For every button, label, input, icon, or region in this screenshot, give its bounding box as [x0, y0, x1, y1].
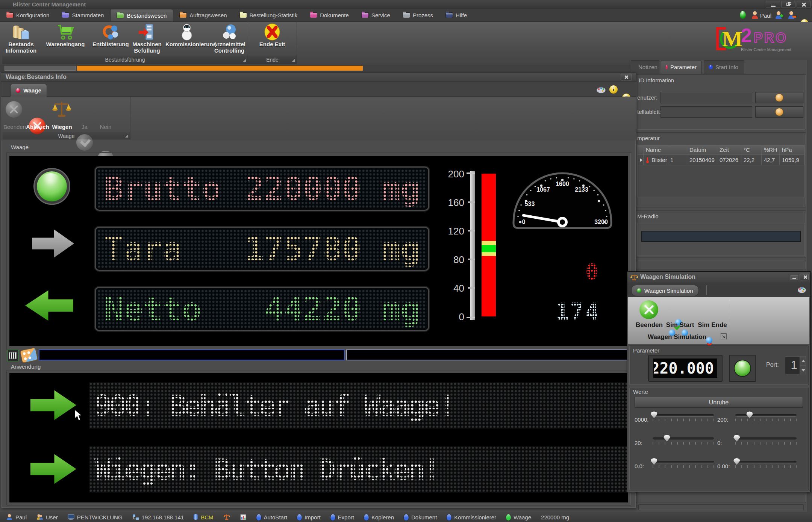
tab-parameter[interactable]: Parameter: [661, 60, 701, 74]
restore-button[interactable]: [781, 1, 795, 8]
slider-thumb[interactable]: [733, 435, 740, 442]
menu-tab-auftragswesen[interactable]: Auftragswesen: [173, 9, 233, 21]
machine-icon: [138, 23, 156, 41]
port-spinner-value[interactable]: 1: [785, 356, 800, 374]
stelltablett-field[interactable]: [661, 106, 752, 118]
table-row-zeit[interactable]: 072026: [717, 155, 741, 165]
empty-group-box: [636, 493, 806, 503]
table-row-hpa[interactable]: 1059,9: [780, 155, 804, 165]
beenden-icon[interactable]: [6, 101, 22, 118]
col-rh[interactable]: %RH: [762, 145, 780, 155]
status-ip[interactable]: 192.168.188.141: [132, 514, 184, 520]
row-selector[interactable]: [638, 155, 644, 165]
tab-waage[interactable]: Waage: [10, 84, 47, 97]
palette-icon[interactable]: [797, 286, 806, 294]
netto-display: Netto 44220 mg: [95, 287, 429, 331]
waage-ribbon-group-label: Waage: [3, 132, 130, 139]
dialog-launcher-icon[interactable]: ↘: [721, 333, 727, 339]
group-expand-icon[interactable]: [292, 59, 295, 62]
status-kommissionierer[interactable]: Kommissionierer: [447, 514, 496, 520]
status-import[interactable]: Import: [297, 514, 321, 520]
status-waage[interactable]: Waage: [506, 514, 531, 520]
entblisterung-button[interactable]: Entblisterung: [92, 23, 129, 55]
user-icon[interactable]: [751, 11, 759, 19]
menu-tab-hilfe[interactable]: Hilfe: [439, 9, 473, 21]
table-row-rh[interactable]: 42,7: [762, 155, 780, 165]
remove-user-icon[interactable]: [788, 11, 796, 19]
m-radio-title: M-Radio: [637, 213, 659, 219]
tab-notizen[interactable]: Notizen: [631, 60, 659, 74]
arzneimittel-controlling-button[interactable]: Arzneimittel Controlling: [209, 23, 250, 55]
col-celsius[interactable]: °C: [741, 145, 762, 155]
blister-button[interactable]: [20, 347, 39, 364]
tab-start-info[interactable]: Start Info: [704, 60, 744, 74]
port-spin-down[interactable]: [800, 365, 806, 374]
ribbon-group-label: Bestandsführung: [2, 56, 248, 64]
sim-beenden-label: Beenden: [630, 321, 668, 329]
palette-icon[interactable]: [596, 86, 606, 94]
table-row-celsius[interactable]: 22,2: [741, 155, 762, 165]
info-icon[interactable]: i: [609, 85, 618, 94]
bestands-information-button[interactable]: Bestands Information: [3, 23, 39, 55]
wiegen-scale-icon[interactable]: [52, 100, 71, 118]
sim-beenden-icon[interactable]: [639, 300, 658, 319]
slider-thumb[interactable]: [733, 458, 740, 465]
unruhe-button[interactable]: Unruhe: [635, 397, 803, 408]
scan-input-primary[interactable]: [39, 350, 345, 360]
status-bcm[interactable]: BCM: [194, 514, 213, 520]
close-button[interactable]: [797, 1, 811, 8]
slider-thumb[interactable]: [651, 412, 657, 418]
sim-tabstrip: Waagen Simulation: [627, 283, 810, 297]
benutzer-field[interactable]: [661, 92, 752, 103]
menu-tab-konfiguration[interactable]: Konfiguration: [0, 9, 56, 21]
menu-tab-dokumente[interactable]: Dokumente: [304, 9, 355, 21]
menu-tab-bestandswesen[interactable]: Bestandswesen: [110, 9, 173, 21]
waage-window-close-button[interactable]: [621, 74, 632, 80]
stelltablett-scan-button[interactable]: [755, 106, 803, 118]
red-dot-icon: [666, 65, 668, 69]
display-mode-button[interactable]: [7, 350, 18, 361]
menu-tab-bestellung-statistik[interactable]: Bestellung-Statistik: [233, 9, 304, 21]
status-autostart[interactable]: AutoStart: [256, 514, 288, 520]
status-user[interactable]: Paul: [6, 514, 27, 520]
minimize-button[interactable]: [766, 1, 780, 8]
group-expand-icon[interactable]: [243, 59, 246, 62]
col-datum[interactable]: Datum: [687, 145, 717, 155]
sim-minimize-button[interactable]: [791, 275, 798, 280]
temperatur-title: mperatur: [637, 135, 660, 141]
slider-thumb[interactable]: [664, 435, 670, 442]
sim-close-button[interactable]: [800, 274, 809, 280]
benutzer-scan-button[interactable]: [755, 92, 803, 103]
kommissionierung-button[interactable]: Kommissionierung: [165, 23, 208, 55]
wareneingang-button[interactable]: Wareneingang: [40, 23, 91, 55]
port-spin-up[interactable]: [800, 356, 806, 365]
slider-thumb[interactable]: [746, 412, 753, 418]
network-icon: [132, 514, 139, 520]
scan-input-secondary[interactable]: [346, 350, 629, 360]
col-name[interactable]: Name: [644, 145, 687, 155]
maschinen-befuellung-button[interactable]: Maschinen Befüllung: [129, 23, 165, 55]
status-export[interactable]: Export: [330, 514, 354, 520]
table-row-name[interactable]: Blister_1: [644, 155, 687, 165]
status-host[interactable]: PENTWICKLUNG: [68, 514, 123, 520]
sim-led-lamp-frame: [729, 355, 756, 382]
status-role[interactable]: User: [36, 514, 58, 520]
ende-exit-button[interactable]: Ende Exit: [253, 23, 291, 55]
slider-thumb[interactable]: [651, 458, 657, 465]
status-kopieren[interactable]: Kopieren: [364, 514, 394, 520]
group-expand-icon[interactable]: [125, 135, 128, 138]
table-row-datum[interactable]: 20150409: [687, 155, 717, 165]
status-dokument[interactable]: Dokument: [404, 514, 437, 520]
ribbon-group-ende: Ende Exit Ende: [248, 22, 297, 64]
status-scale[interactable]: [223, 514, 230, 520]
col-zeit[interactable]: Zeit: [717, 145, 741, 155]
menu-tab-stammdaten[interactable]: Stammdaten: [56, 9, 110, 21]
m-radio-field[interactable]: [641, 231, 801, 242]
add-user-icon[interactable]: [775, 11, 783, 19]
sim-tab[interactable]: Waagen Simulation: [631, 285, 699, 296]
menu-tab-service[interactable]: Service: [355, 9, 397, 21]
col-hpa[interactable]: hPa: [780, 145, 804, 155]
anwendung-display-area: 900: Behälter auf Waage! Wiegen: Button …: [9, 373, 628, 502]
status-report[interactable]: [240, 514, 247, 520]
menu-tab-prozess[interactable]: Prozess: [397, 9, 439, 21]
